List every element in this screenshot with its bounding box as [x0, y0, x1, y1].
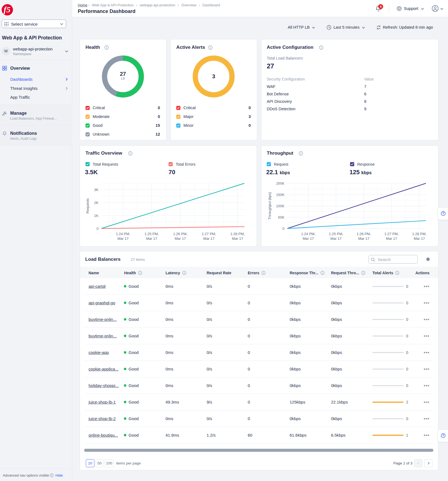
svg-text:0: 0	[97, 227, 98, 231]
svg-text:50K: 50K	[278, 215, 284, 219]
svg-text:Mar 17: Mar 17	[330, 237, 342, 241]
svg-text:3K: 3K	[94, 188, 98, 192]
svg-text:1:26 PM,: 1:26 PM,	[173, 232, 187, 236]
svg-text:200K: 200K	[276, 181, 285, 186]
svg-text:Mar 17: Mar 17	[414, 237, 425, 241]
svg-text:1:27 PM,: 1:27 PM,	[384, 232, 399, 236]
svg-text:1:24 PM,: 1:24 PM,	[301, 232, 315, 236]
svg-text:1:28 PM,: 1:28 PM,	[412, 232, 426, 236]
svg-text:?: ?	[442, 434, 444, 437]
svg-text:150K: 150K	[276, 193, 285, 197]
svg-text:Throughput (bps): Throughput (bps)	[268, 192, 272, 220]
svg-text:Requests: Requests	[86, 198, 90, 213]
svg-text:Mar 17: Mar 17	[386, 237, 397, 241]
svg-text:100K: 100K	[276, 204, 285, 208]
svg-text:Mar 17: Mar 17	[175, 237, 186, 241]
svg-text:1:24 PM,: 1:24 PM,	[116, 232, 130, 236]
svg-text:0: 0	[282, 227, 284, 231]
svg-text:Mar 17: Mar 17	[303, 237, 314, 241]
svg-text:1:25 PM,: 1:25 PM,	[145, 232, 159, 236]
svg-text:Mar 17: Mar 17	[146, 237, 157, 241]
svg-text:1K: 1K	[94, 214, 98, 218]
svg-text:Mar 17: Mar 17	[232, 237, 243, 241]
svg-text:f5: f5	[4, 5, 10, 14]
svg-text:Mar 17: Mar 17	[118, 237, 129, 241]
svg-text:?: ?	[442, 212, 444, 215]
svg-text:1:26 PM,: 1:26 PM,	[357, 232, 371, 236]
svg-text:2K: 2K	[94, 201, 98, 205]
svg-text:1:27 PM,: 1:27 PM,	[202, 232, 216, 236]
svg-text:Mar 17: Mar 17	[358, 237, 369, 241]
svg-text:Mar 17: Mar 17	[203, 237, 214, 241]
svg-text:1:28 PM,: 1:28 PM,	[230, 232, 245, 236]
svg-text:1:25 PM,: 1:25 PM,	[329, 232, 343, 236]
